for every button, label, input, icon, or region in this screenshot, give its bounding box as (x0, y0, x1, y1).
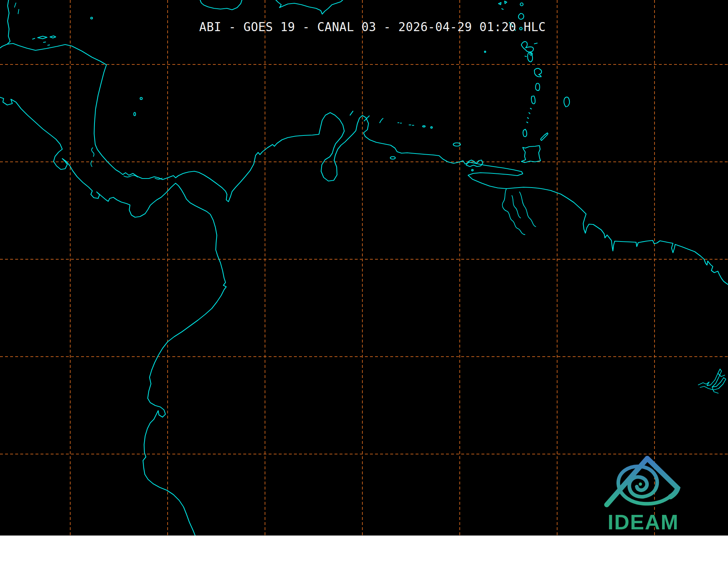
island-aruba (350, 111, 353, 115)
island-blanquilla (431, 127, 432, 128)
island-bay-islands (33, 36, 56, 45)
islands-los-roques (409, 125, 414, 125)
amazon-river (698, 369, 726, 393)
island-grenada (523, 129, 527, 137)
coastline-pacific-central-south-america (0, 97, 226, 536)
colorbar-panel: Reflectancia 0.00.20.40.60.81.0 (0, 536, 728, 571)
ideam-spiral-eye-icon (639, 483, 642, 486)
graticule-grid (0, 0, 728, 536)
map-canvas: IDEAM (0, 0, 728, 536)
coastlines-layer (0, 0, 728, 536)
islands-las-aves (398, 123, 401, 123)
island-guadeloupe (521, 42, 537, 56)
belize-reef-cays (14, 3, 19, 14)
map-area: IDEAM ABI - GOES 19 - CANAL 03 - 2026-04… (0, 0, 728, 536)
island-swan (91, 17, 93, 19)
island-jamaica (200, 0, 242, 10)
nicaragua-lagoons (91, 148, 162, 179)
island-trinidad (521, 146, 540, 163)
island-antigua (518, 13, 524, 19)
island-coche (472, 169, 473, 171)
islands-st-martin-group (498, 1, 507, 9)
island-san-andres (134, 113, 136, 116)
island-barbados (564, 97, 569, 107)
island-martinique (534, 68, 542, 77)
ideam-logo-text: IDEAM (608, 510, 679, 534)
coastline-belize-honduras-caribbean-to-guianas (0, 0, 728, 285)
island-st-vincent (531, 96, 535, 104)
ideam-logo: IDEAM (607, 458, 679, 534)
lake-valencia (390, 157, 395, 159)
island-hispaniola (275, 0, 344, 14)
island-st-lucia (535, 83, 539, 91)
satellite-image-viewport: IDEAM ABI - GOES 19 - CANAL 03 - 2026-04… (0, 0, 728, 571)
island-orchila (423, 126, 425, 127)
island-aves (484, 51, 486, 53)
image-title: ABI - GOES 19 - CANAL 03 - 2026-04-29 01… (199, 21, 546, 33)
island-providencia (140, 97, 142, 100)
orinoco-delta-channels (502, 189, 536, 235)
island-tobago (541, 133, 548, 140)
islands-grenadines (527, 108, 531, 123)
island-bonaire (380, 118, 383, 123)
island-barbuda (520, 3, 523, 6)
